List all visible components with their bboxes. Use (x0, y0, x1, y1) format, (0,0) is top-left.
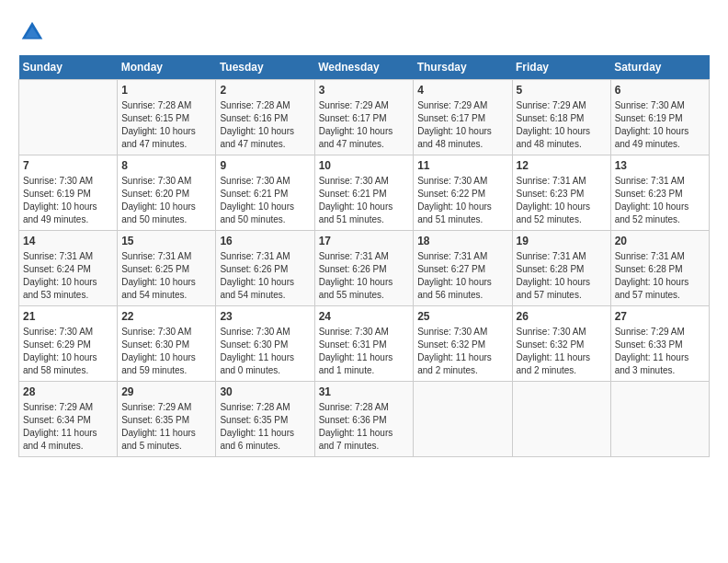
weekday-header-friday: Friday (512, 55, 610, 80)
calendar-week-5: 28Sunrise: 7:29 AM Sunset: 6:34 PM Dayli… (19, 382, 710, 457)
day-info: Sunrise: 7:30 AM Sunset: 6:30 PM Dayligh… (121, 326, 211, 377)
day-number: 24 (319, 310, 410, 323)
day-info: Sunrise: 7:31 AM Sunset: 6:23 PM Dayligh… (517, 175, 607, 226)
calendar-cell: 10Sunrise: 7:30 AM Sunset: 6:21 PM Dayli… (314, 155, 414, 231)
calendar-cell: 5Sunrise: 7:29 AM Sunset: 6:18 PM Daylig… (512, 80, 610, 155)
day-info: Sunrise: 7:30 AM Sunset: 6:32 PM Dayligh… (517, 326, 607, 377)
calendar-cell: 27Sunrise: 7:29 AM Sunset: 6:33 PM Dayli… (610, 306, 709, 382)
calendar-week-3: 14Sunrise: 7:31 AM Sunset: 6:24 PM Dayli… (19, 231, 710, 306)
day-number: 14 (23, 235, 113, 247)
calendar-cell: 1Sunrise: 7:28 AM Sunset: 6:15 PM Daylig… (118, 80, 216, 155)
day-number: 2 (220, 84, 310, 97)
calendar-cell: 3Sunrise: 7:29 AM Sunset: 6:17 PM Daylig… (314, 80, 414, 155)
day-info: Sunrise: 7:31 AM Sunset: 6:24 PM Dayligh… (23, 250, 113, 302)
day-number: 26 (517, 310, 607, 323)
day-number: 10 (319, 159, 410, 172)
day-info: Sunrise: 7:29 AM Sunset: 6:18 PM Dayligh… (517, 99, 607, 151)
calendar-cell: 30Sunrise: 7:28 AM Sunset: 6:35 PM Dayli… (216, 382, 314, 457)
day-number: 21 (23, 310, 113, 323)
calendar-cell: 11Sunrise: 7:30 AM Sunset: 6:22 PM Dayli… (414, 155, 512, 231)
day-number: 28 (23, 385, 113, 398)
day-info: Sunrise: 7:30 AM Sunset: 6:31 PM Dayligh… (319, 326, 410, 377)
calendar-cell (512, 382, 610, 457)
day-info: Sunrise: 7:31 AM Sunset: 6:26 PM Dayligh… (220, 250, 310, 302)
day-info: Sunrise: 7:28 AM Sunset: 6:16 PM Dayligh… (220, 99, 310, 151)
day-number: 9 (220, 159, 310, 172)
day-info: Sunrise: 7:30 AM Sunset: 6:19 PM Dayligh… (615, 99, 705, 151)
calendar-cell: 12Sunrise: 7:31 AM Sunset: 6:23 PM Dayli… (512, 155, 610, 231)
calendar-cell: 16Sunrise: 7:31 AM Sunset: 6:26 PM Dayli… (216, 231, 314, 306)
calendar-cell: 20Sunrise: 7:31 AM Sunset: 6:28 PM Dayli… (610, 231, 709, 306)
day-info: Sunrise: 7:29 AM Sunset: 6:17 PM Dayligh… (417, 99, 507, 151)
weekday-header-wednesday: Wednesday (314, 55, 414, 80)
day-number: 22 (121, 310, 211, 323)
calendar-cell: 21Sunrise: 7:30 AM Sunset: 6:29 PM Dayli… (19, 306, 118, 382)
day-number: 16 (220, 235, 310, 247)
day-info: Sunrise: 7:31 AM Sunset: 6:28 PM Dayligh… (615, 250, 705, 302)
weekday-header-thursday: Thursday (414, 55, 512, 80)
calendar-cell: 31Sunrise: 7:28 AM Sunset: 6:36 PM Dayli… (314, 382, 414, 457)
day-info: Sunrise: 7:31 AM Sunset: 6:23 PM Dayligh… (615, 175, 705, 226)
day-number: 17 (319, 235, 410, 247)
day-number: 3 (319, 84, 410, 97)
calendar-cell: 13Sunrise: 7:31 AM Sunset: 6:23 PM Dayli… (610, 155, 709, 231)
logo-icon (18, 18, 46, 46)
calendar-cell: 19Sunrise: 7:31 AM Sunset: 6:28 PM Dayli… (512, 231, 610, 306)
calendar-cell (19, 80, 118, 155)
calendar-table: SundayMondayTuesdayWednesdayThursdayFrid… (18, 55, 710, 457)
calendar-cell: 18Sunrise: 7:31 AM Sunset: 6:27 PM Dayli… (414, 231, 512, 306)
day-number: 20 (615, 235, 705, 247)
day-number: 15 (121, 235, 211, 247)
calendar-cell: 15Sunrise: 7:31 AM Sunset: 6:25 PM Dayli… (118, 231, 216, 306)
weekday-header-saturday: Saturday (610, 55, 709, 80)
day-number: 27 (615, 310, 705, 323)
day-info: Sunrise: 7:31 AM Sunset: 6:27 PM Dayligh… (417, 250, 507, 302)
calendar-cell: 14Sunrise: 7:31 AM Sunset: 6:24 PM Dayli… (19, 231, 118, 306)
weekday-header-tuesday: Tuesday (216, 55, 314, 80)
day-info: Sunrise: 7:30 AM Sunset: 6:29 PM Dayligh… (23, 326, 113, 377)
day-number: 18 (417, 235, 507, 247)
day-info: Sunrise: 7:28 AM Sunset: 6:35 PM Dayligh… (220, 401, 310, 453)
calendar-cell: 25Sunrise: 7:30 AM Sunset: 6:32 PM Dayli… (414, 306, 512, 382)
calendar-cell: 2Sunrise: 7:28 AM Sunset: 6:16 PM Daylig… (216, 80, 314, 155)
logo (18, 18, 51, 46)
day-info: Sunrise: 7:31 AM Sunset: 6:26 PM Dayligh… (319, 250, 410, 302)
calendar-cell: 4Sunrise: 7:29 AM Sunset: 6:17 PM Daylig… (414, 80, 512, 155)
calendar-cell: 29Sunrise: 7:29 AM Sunset: 6:35 PM Dayli… (118, 382, 216, 457)
calendar-cell: 8Sunrise: 7:30 AM Sunset: 6:20 PM Daylig… (118, 155, 216, 231)
day-info: Sunrise: 7:29 AM Sunset: 6:33 PM Dayligh… (615, 326, 705, 377)
day-info: Sunrise: 7:29 AM Sunset: 6:34 PM Dayligh… (23, 401, 113, 453)
day-info: Sunrise: 7:28 AM Sunset: 6:36 PM Dayligh… (319, 401, 410, 453)
calendar-week-1: 1Sunrise: 7:28 AM Sunset: 6:15 PM Daylig… (19, 80, 710, 155)
day-number: 1 (121, 84, 211, 97)
day-info: Sunrise: 7:30 AM Sunset: 6:19 PM Dayligh… (23, 175, 113, 226)
day-info: Sunrise: 7:30 AM Sunset: 6:21 PM Dayligh… (220, 175, 310, 226)
calendar-cell: 17Sunrise: 7:31 AM Sunset: 6:26 PM Dayli… (314, 231, 414, 306)
day-number: 8 (121, 159, 211, 172)
day-info: Sunrise: 7:29 AM Sunset: 6:17 PM Dayligh… (319, 99, 410, 151)
day-number: 12 (517, 159, 607, 172)
calendar-week-4: 21Sunrise: 7:30 AM Sunset: 6:29 PM Dayli… (19, 306, 710, 382)
weekday-header-monday: Monday (118, 55, 216, 80)
day-number: 6 (615, 84, 705, 97)
day-info: Sunrise: 7:30 AM Sunset: 6:30 PM Dayligh… (220, 326, 310, 377)
calendar-cell: 9Sunrise: 7:30 AM Sunset: 6:21 PM Daylig… (216, 155, 314, 231)
day-info: Sunrise: 7:30 AM Sunset: 6:20 PM Dayligh… (121, 175, 211, 226)
day-info: Sunrise: 7:31 AM Sunset: 6:25 PM Dayligh… (121, 250, 211, 302)
day-info: Sunrise: 7:30 AM Sunset: 6:32 PM Dayligh… (417, 326, 507, 377)
day-info: Sunrise: 7:28 AM Sunset: 6:15 PM Dayligh… (121, 99, 211, 151)
header-row: SundayMondayTuesdayWednesdayThursdayFrid… (19, 55, 710, 80)
day-number: 5 (517, 84, 607, 97)
day-info: Sunrise: 7:31 AM Sunset: 6:28 PM Dayligh… (517, 250, 607, 302)
calendar-cell: 22Sunrise: 7:30 AM Sunset: 6:30 PM Dayli… (118, 306, 216, 382)
calendar-cell: 6Sunrise: 7:30 AM Sunset: 6:19 PM Daylig… (610, 80, 709, 155)
day-number: 31 (319, 385, 410, 398)
calendar-week-2: 7Sunrise: 7:30 AM Sunset: 6:19 PM Daylig… (19, 155, 710, 231)
day-number: 23 (220, 310, 310, 323)
calendar-cell (610, 382, 709, 457)
day-info: Sunrise: 7:29 AM Sunset: 6:35 PM Dayligh… (121, 401, 211, 453)
calendar-cell (414, 382, 512, 457)
calendar-cell: 28Sunrise: 7:29 AM Sunset: 6:34 PM Dayli… (19, 382, 118, 457)
calendar-cell: 23Sunrise: 7:30 AM Sunset: 6:30 PM Dayli… (216, 306, 314, 382)
day-number: 7 (23, 159, 113, 172)
